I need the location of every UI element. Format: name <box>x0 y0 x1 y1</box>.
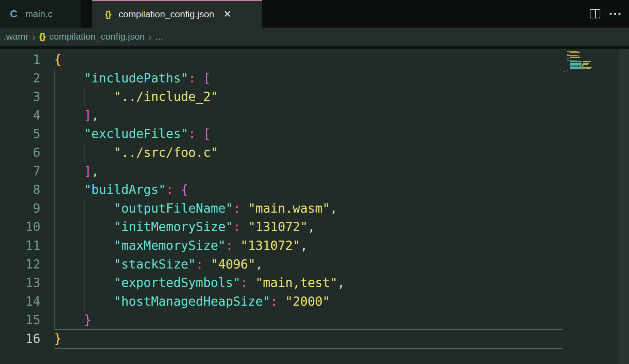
minimap-line <box>570 67 592 68</box>
line-content: } <box>54 329 62 348</box>
chevron-right-icon: › <box>32 31 36 42</box>
json-file-icon: {} <box>39 31 45 42</box>
line-number: 4 <box>0 106 40 125</box>
line-content: "exportedSymbols": "main,test", <box>54 273 345 292</box>
code-line-7[interactable]: 7 ], <box>0 162 345 181</box>
more-actions-icon[interactable] <box>610 13 621 15</box>
tab-label: main.c <box>25 8 53 19</box>
minimap-line <box>570 64 588 65</box>
minimap-line <box>570 57 580 58</box>
code-line-1[interactable]: 1{ <box>0 50 345 69</box>
line-number: 3 <box>0 87 40 106</box>
line-number: 1 <box>0 50 40 69</box>
minimap-line <box>567 58 569 59</box>
line-number: 13 <box>0 273 40 292</box>
minimap-line <box>570 65 584 67</box>
line-number: 14 <box>0 292 40 311</box>
code-line-12[interactable]: 12 "stackSize": "4096", <box>0 255 345 274</box>
breadcrumb-folder[interactable]: .wamr <box>4 31 29 42</box>
code-line-5[interactable]: 5 "excludeFiles": [ <box>0 125 345 143</box>
line-number: 7 <box>0 162 40 181</box>
tab-main-c[interactable]: C main.c <box>0 0 81 28</box>
tab-label: compilation_config.json <box>119 9 214 20</box>
line-number: 8 <box>0 180 40 199</box>
code-line-2[interactable]: 2 "includePaths": [ <box>0 69 345 88</box>
breadcrumb-shadow <box>0 46 629 49</box>
minimap-line <box>567 60 577 61</box>
minimap-line <box>564 50 565 51</box>
code-line-10[interactable]: 10 "initMemorySize": "131072", <box>0 218 345 236</box>
line-content: "maxMemorySize": "131072", <box>54 236 307 255</box>
line-content: "outputFileName": "main.wasm", <box>54 199 337 218</box>
minimap[interactable] <box>564 49 617 127</box>
code-lines: 1{2 "includePaths": [3 "../include_2"4 ]… <box>0 50 345 348</box>
line-number: 11 <box>0 236 40 255</box>
breadcrumb: .wamr › {} compilation_config.json › ... <box>0 28 629 46</box>
line-content: "initMemorySize": "131072", <box>54 218 315 236</box>
code-line-4[interactable]: 4 ], <box>0 106 345 125</box>
line-number: 12 <box>0 255 40 274</box>
line-content: "../src/foo.c" <box>54 143 218 162</box>
line-number: 16 <box>0 329 40 348</box>
breadcrumb-symbol-path[interactable]: ... <box>155 31 163 42</box>
editor-actions <box>590 0 621 28</box>
minimap-line <box>567 70 568 71</box>
minimap-line <box>570 61 591 62</box>
code-line-11[interactable]: 11 "maxMemorySize": "131072", <box>0 236 345 255</box>
minimap-line <box>570 52 580 53</box>
minimap-line <box>570 68 590 69</box>
line-content: { <box>54 50 62 69</box>
code-line-15[interactable]: 15 } <box>0 311 345 329</box>
code-line-16[interactable]: 16} <box>0 329 345 348</box>
line-content: "../include_2" <box>54 87 218 106</box>
line-content: ], <box>54 162 99 181</box>
line-number: 6 <box>0 143 40 162</box>
line-content: "buildArgs": { <box>54 180 188 199</box>
chevron-right-icon: › <box>148 31 152 42</box>
minimap-line <box>564 71 565 73</box>
c-language-icon: C <box>10 8 18 20</box>
line-content: "includePaths": [ <box>54 69 211 88</box>
line-content: "excludeFiles": [ <box>54 125 211 143</box>
line-number: 5 <box>0 125 40 143</box>
minimap-line <box>567 55 579 56</box>
line-content: ], <box>54 106 99 125</box>
line-number: 2 <box>0 69 40 88</box>
line-number: 9 <box>0 199 40 218</box>
code-line-8[interactable]: 8 "buildArgs": { <box>0 180 345 199</box>
code-line-6[interactable]: 6 "../src/foo.c" <box>0 143 345 162</box>
tab-bar: C main.c {} compilation_config.json ✕ <box>0 0 629 28</box>
line-number: 10 <box>0 218 40 236</box>
line-number: 15 <box>0 311 40 329</box>
code-editor[interactable]: 1{2 "includePaths": [3 "../include_2"4 ]… <box>0 49 629 364</box>
line-content: "hostManagedHeapSize": "2000" <box>54 292 330 311</box>
split-editor-icon[interactable] <box>590 9 600 18</box>
minimap-line <box>570 63 589 64</box>
line-content: "stackSize": "4096", <box>54 255 263 274</box>
code-line-9[interactable]: 9 "outputFileName": "main.wasm", <box>0 199 345 218</box>
code-line-14[interactable]: 14 "hostManagedHeapSize": "2000" <box>0 292 345 311</box>
minimap-line <box>567 54 569 55</box>
tab-compilation-config-json[interactable]: {} compilation_config.json ✕ <box>92 0 262 28</box>
close-icon[interactable]: ✕ <box>224 10 232 19</box>
breadcrumb-file[interactable]: compilation_config.json <box>49 31 145 42</box>
code-line-13[interactable]: 13 "exportedSymbols": "main,test", <box>0 273 345 292</box>
scrollbar-track[interactable] <box>618 49 629 364</box>
code-line-3[interactable]: 3 "../include_2" <box>0 87 345 106</box>
line-content: } <box>54 311 91 329</box>
minimap-line <box>567 51 579 52</box>
json-file-icon: {} <box>105 9 111 20</box>
